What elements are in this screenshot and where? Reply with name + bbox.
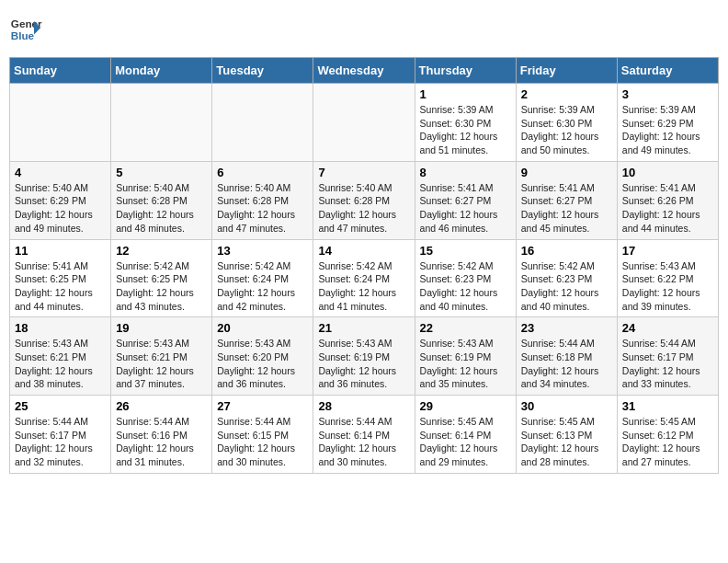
day-number: 12	[116, 244, 207, 258]
calendar-day-5: 5Sunrise: 5:40 AM Sunset: 6:28 PM Daylig…	[111, 161, 212, 239]
calendar-day-6: 6Sunrise: 5:40 AM Sunset: 6:28 PM Daylig…	[212, 161, 313, 239]
day-info: Sunrise: 5:42 AM Sunset: 6:24 PM Dayligh…	[217, 259, 308, 314]
svg-text:Blue: Blue	[11, 29, 35, 41]
day-number: 24	[622, 321, 713, 335]
calendar-day-28: 28Sunrise: 5:44 AM Sunset: 6:14 PM Dayli…	[313, 396, 415, 474]
day-number: 19	[116, 321, 207, 335]
calendar-day-19: 19Sunrise: 5:43 AM Sunset: 6:21 PM Dayli…	[111, 317, 212, 396]
logo: General Blue	[9, 13, 42, 46]
day-info: Sunrise: 5:41 AM Sunset: 6:27 PM Dayligh…	[521, 181, 612, 236]
day-number: 4	[15, 166, 106, 179]
day-number: 16	[521, 244, 612, 258]
day-number: 25	[15, 399, 106, 413]
day-number: 7	[318, 166, 409, 179]
calendar-day-2: 2Sunrise: 5:39 AM Sunset: 6:30 PM Daylig…	[516, 84, 617, 162]
day-number: 23	[521, 321, 612, 335]
day-number: 2	[521, 87, 612, 101]
calendar-week-1: 1Sunrise: 5:39 AM Sunset: 6:30 PM Daylig…	[10, 84, 719, 162]
day-info: Sunrise: 5:44 AM Sunset: 6:16 PM Dayligh…	[116, 415, 207, 469]
day-info: Sunrise: 5:43 AM Sunset: 6:19 PM Dayligh…	[420, 337, 511, 391]
calendar-empty	[212, 84, 313, 162]
calendar-day-14: 14Sunrise: 5:42 AM Sunset: 6:24 PM Dayli…	[313, 239, 415, 317]
day-number: 29	[420, 399, 511, 413]
day-number: 31	[622, 399, 713, 413]
day-number: 22	[420, 321, 511, 335]
day-number: 1	[420, 87, 511, 101]
day-number: 17	[622, 244, 713, 258]
calendar-day-25: 25Sunrise: 5:44 AM Sunset: 6:17 PM Dayli…	[10, 396, 111, 474]
weekday-header-friday: Friday	[516, 58, 617, 84]
day-info: Sunrise: 5:45 AM Sunset: 6:14 PM Dayligh…	[420, 415, 511, 469]
day-number: 30	[521, 399, 612, 413]
calendar-day-24: 24Sunrise: 5:44 AM Sunset: 6:17 PM Dayli…	[617, 317, 718, 396]
day-info: Sunrise: 5:43 AM Sunset: 6:19 PM Dayligh…	[318, 337, 409, 391]
day-number: 21	[318, 321, 409, 335]
day-number: 3	[622, 87, 713, 101]
weekday-header-saturday: Saturday	[617, 58, 718, 84]
calendar-empty	[10, 84, 111, 162]
calendar-day-13: 13Sunrise: 5:42 AM Sunset: 6:24 PM Dayli…	[212, 239, 313, 317]
day-info: Sunrise: 5:39 AM Sunset: 6:30 PM Dayligh…	[420, 103, 511, 157]
day-info: Sunrise: 5:41 AM Sunset: 6:25 PM Dayligh…	[15, 259, 106, 314]
day-info: Sunrise: 5:45 AM Sunset: 6:13 PM Dayligh…	[521, 415, 612, 469]
day-number: 6	[217, 166, 308, 179]
day-info: Sunrise: 5:40 AM Sunset: 6:29 PM Dayligh…	[15, 181, 106, 236]
calendar-day-29: 29Sunrise: 5:45 AM Sunset: 6:14 PM Dayli…	[415, 396, 516, 474]
day-info: Sunrise: 5:41 AM Sunset: 6:27 PM Dayligh…	[420, 181, 511, 236]
calendar-week-4: 18Sunrise: 5:43 AM Sunset: 6:21 PM Dayli…	[10, 317, 719, 396]
calendar-day-21: 21Sunrise: 5:43 AM Sunset: 6:19 PM Dayli…	[313, 317, 415, 396]
day-info: Sunrise: 5:44 AM Sunset: 6:18 PM Dayligh…	[521, 337, 612, 391]
day-info: Sunrise: 5:41 AM Sunset: 6:26 PM Dayligh…	[622, 181, 713, 236]
day-info: Sunrise: 5:44 AM Sunset: 6:15 PM Dayligh…	[217, 415, 308, 469]
calendar-week-5: 25Sunrise: 5:44 AM Sunset: 6:17 PM Dayli…	[10, 396, 719, 474]
day-number: 15	[420, 244, 511, 258]
calendar-day-9: 9Sunrise: 5:41 AM Sunset: 6:27 PM Daylig…	[516, 161, 617, 239]
calendar-empty	[111, 84, 212, 162]
calendar-day-27: 27Sunrise: 5:44 AM Sunset: 6:15 PM Dayli…	[212, 396, 313, 474]
day-info: Sunrise: 5:40 AM Sunset: 6:28 PM Dayligh…	[116, 181, 207, 236]
calendar-week-2: 4Sunrise: 5:40 AM Sunset: 6:29 PM Daylig…	[10, 161, 719, 239]
day-info: Sunrise: 5:45 AM Sunset: 6:12 PM Dayligh…	[622, 415, 713, 469]
calendar-day-8: 8Sunrise: 5:41 AM Sunset: 6:27 PM Daylig…	[415, 161, 516, 239]
day-number: 18	[15, 321, 106, 335]
day-info: Sunrise: 5:43 AM Sunset: 6:21 PM Dayligh…	[15, 337, 106, 391]
calendar-week-3: 11Sunrise: 5:41 AM Sunset: 6:25 PM Dayli…	[10, 239, 719, 317]
day-info: Sunrise: 5:42 AM Sunset: 6:23 PM Dayligh…	[420, 259, 511, 314]
calendar-day-26: 26Sunrise: 5:44 AM Sunset: 6:16 PM Dayli…	[111, 396, 212, 474]
day-info: Sunrise: 5:39 AM Sunset: 6:30 PM Dayligh…	[521, 103, 612, 157]
calendar-day-17: 17Sunrise: 5:43 AM Sunset: 6:22 PM Dayli…	[617, 239, 718, 317]
calendar-day-10: 10Sunrise: 5:41 AM Sunset: 6:26 PM Dayli…	[617, 161, 718, 239]
day-number: 9	[521, 166, 612, 179]
day-info: Sunrise: 5:44 AM Sunset: 6:17 PM Dayligh…	[622, 337, 713, 391]
day-info: Sunrise: 5:42 AM Sunset: 6:25 PM Dayligh…	[116, 259, 207, 314]
day-number: 5	[116, 166, 207, 179]
day-number: 8	[420, 166, 511, 179]
weekday-header-tuesday: Tuesday	[212, 58, 313, 84]
calendar-day-18: 18Sunrise: 5:43 AM Sunset: 6:21 PM Dayli…	[10, 317, 111, 396]
calendar-empty	[313, 84, 415, 162]
calendar-day-3: 3Sunrise: 5:39 AM Sunset: 6:29 PM Daylig…	[617, 84, 718, 162]
calendar-day-12: 12Sunrise: 5:42 AM Sunset: 6:25 PM Dayli…	[111, 239, 212, 317]
day-number: 13	[217, 244, 308, 258]
calendar-day-1: 1Sunrise: 5:39 AM Sunset: 6:30 PM Daylig…	[415, 84, 516, 162]
calendar-day-23: 23Sunrise: 5:44 AM Sunset: 6:18 PM Dayli…	[516, 317, 617, 396]
day-number: 11	[15, 244, 106, 258]
day-number: 20	[217, 321, 308, 335]
day-number: 28	[318, 399, 409, 413]
day-info: Sunrise: 5:43 AM Sunset: 6:20 PM Dayligh…	[217, 337, 308, 391]
day-info: Sunrise: 5:42 AM Sunset: 6:24 PM Dayligh…	[318, 259, 409, 314]
calendar-day-15: 15Sunrise: 5:42 AM Sunset: 6:23 PM Dayli…	[415, 239, 516, 317]
day-number: 10	[622, 166, 713, 179]
weekday-header-monday: Monday	[111, 58, 212, 84]
day-info: Sunrise: 5:39 AM Sunset: 6:29 PM Dayligh…	[622, 103, 713, 157]
weekday-header-wednesday: Wednesday	[313, 58, 415, 84]
day-number: 14	[318, 244, 409, 258]
day-number: 27	[217, 399, 308, 413]
logo-icon: General Blue	[9, 13, 42, 46]
calendar-day-11: 11Sunrise: 5:41 AM Sunset: 6:25 PM Dayli…	[10, 239, 111, 317]
day-info: Sunrise: 5:43 AM Sunset: 6:22 PM Dayligh…	[622, 259, 713, 314]
day-info: Sunrise: 5:40 AM Sunset: 6:28 PM Dayligh…	[318, 181, 409, 236]
day-number: 26	[116, 399, 207, 413]
day-info: Sunrise: 5:40 AM Sunset: 6:28 PM Dayligh…	[217, 181, 308, 236]
calendar-day-7: 7Sunrise: 5:40 AM Sunset: 6:28 PM Daylig…	[313, 161, 415, 239]
